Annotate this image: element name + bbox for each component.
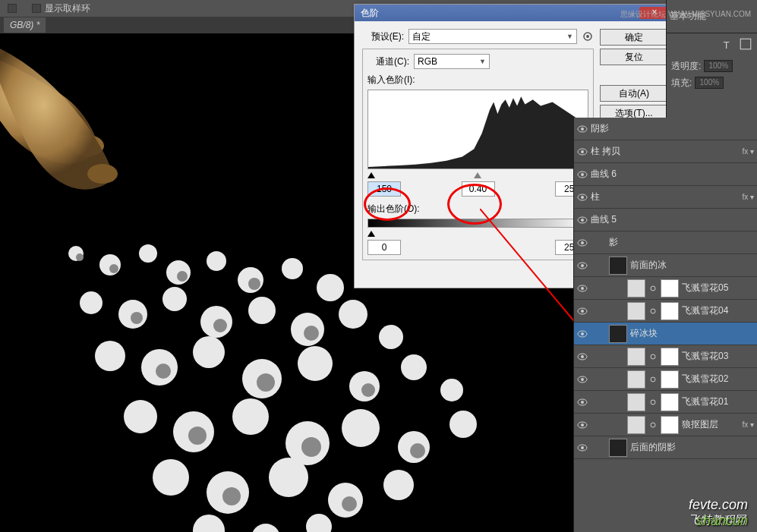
output-black-field[interactable]: 0 [367,240,401,255]
svg-point-5 [166,260,191,285]
chevron-down-icon: ▼ [566,33,573,40]
layer-name-label: 飞溅雪花05 [682,282,754,294]
svg-point-25 [440,379,463,401]
input-slider[interactable] [367,171,588,178]
sample-ring-label: 显示取样环 [45,2,90,15]
fill-label: 填充: [671,77,692,90]
layer-row[interactable]: 曲线 5 [574,209,757,231]
input-levels-label: 输入色阶(I): [367,74,588,87]
mask-thumbnail [661,416,679,434]
input-gamma-field[interactable]: 0.40 [462,181,495,197]
layer-row[interactable]: 飞溅雪花04 [574,300,757,323]
layer-thumbnail [609,439,627,457]
sample-ring-checkbox[interactable]: 显示取样环 [32,2,90,15]
fx-badge[interactable]: fx ▾ [742,193,754,201]
layer-row[interactable]: 飞溅雪花03 [574,345,757,368]
preset-label: 预设(E): [362,30,404,43]
fx-badge[interactable]: fx ▾ [742,420,754,429]
svg-point-69 [581,196,584,199]
layer-row[interactable]: 曲线 6 [574,163,757,186]
visibility-icon[interactable] [577,215,588,225]
layer-row[interactable]: 阴影 [574,118,757,140]
visibility-icon[interactable] [577,397,588,408]
preset-dropdown[interactable]: 自定 ▼ [408,29,577,44]
layer-row[interactable]: 碎冰块 [574,323,757,345]
layer-name-label: 飞溅雪花01 [682,395,754,408]
visibility-icon[interactable] [577,442,588,453]
visibility-icon[interactable] [577,351,588,362]
visibility-icon[interactable] [577,283,588,294]
output-gradient [367,219,588,228]
output-black-slider[interactable] [367,231,375,237]
channel-dropdown[interactable]: RGB ▼ [414,54,490,69]
text-tool-icon[interactable]: T [721,37,734,51]
box-tool-icon[interactable] [739,37,752,51]
checkbox-option-1[interactable] [8,4,17,13]
visibility-icon[interactable] [577,146,588,157]
gear-icon[interactable] [582,30,594,42]
mask-thumbnail [661,348,679,366]
layer-thumbnail [627,393,645,411]
dialog-title-text: 色阶 [361,7,379,20]
output-levels-label: 输出色阶(O): [367,203,588,216]
auto-button[interactable]: 自动(A) [600,85,668,102]
svg-point-35 [269,458,308,497]
svg-point-3 [99,254,121,275]
layer-row[interactable]: 柱fx ▾ [574,186,757,209]
link-icon [648,398,658,407]
visibility-icon[interactable] [577,192,588,203]
layer-row[interactable]: 后面的阴影 [574,436,757,459]
layer-row[interactable]: 飞溅雪花01 [574,391,757,414]
svg-point-91 [581,446,584,449]
layer-row[interactable]: 柱 拷贝fx ▾ [574,140,757,163]
layer-row[interactable]: 飞溅雪花05 [574,277,757,300]
reset-button[interactable]: 复位 [600,49,668,65]
output-slider[interactable] [367,229,588,237]
watermark-line1: fevte.com [689,497,748,513]
svg-point-28 [232,398,269,435]
link-icon [648,307,658,316]
svg-point-46 [213,319,227,332]
svg-point-20 [193,336,225,368]
svg-point-39 [251,524,280,532]
opacity-value[interactable]: 100% [704,60,733,72]
layer-row[interactable]: 狼抠图层fx ▾ [574,414,757,436]
layer-row[interactable]: 飞溅雪花02 [574,368,757,391]
visibility-icon[interactable] [577,238,588,248]
layer-name-label: 飞溅雪花04 [682,304,754,317]
visibility-icon[interactable] [577,420,588,430]
visibility-icon[interactable] [577,260,588,271]
document-tab[interactable]: GB/8) * [4,17,46,33]
svg-point-30 [342,409,380,447]
visibility-icon[interactable] [577,306,588,316]
layer-row[interactable]: 前面的冰 [574,254,757,277]
canvas-image-content [0,49,167,200]
svg-point-48 [156,364,171,379]
layer-name-label: 曲线 5 [591,213,754,226]
gamma-slider[interactable] [474,172,481,178]
layer-name-label: 曲线 6 [591,168,754,181]
opacity-label: 透明度: [671,60,701,73]
svg-point-44 [248,278,260,290]
mask-thumbnail [661,393,679,411]
svg-point-43 [177,271,188,282]
visibility-icon[interactable] [577,374,588,385]
ok-button[interactable]: 确定 [600,29,668,46]
input-black-field[interactable]: 150 [367,181,401,197]
layer-row[interactable]: 影 [574,231,757,254]
fill-value[interactable]: 100% [695,77,724,89]
mask-thumbnail [661,370,679,389]
svg-point-22 [298,346,333,381]
layers-panel: 阴影柱 拷贝fx ▾曲线 6柱fx ▾曲线 5影前面的冰飞溅雪花05飞溅雪花04… [573,118,757,532]
layer-thumbnail [627,370,645,389]
visibility-icon[interactable] [577,124,588,134]
watermark-bottom: fevte.com 飞特教程网 shancun [689,497,748,527]
svg-point-40 [306,514,332,532]
visibility-icon[interactable] [577,329,588,339]
black-point-slider[interactable] [367,172,375,178]
layer-name-label: 后面的阴影 [630,441,754,454]
chevron-down-icon: ▼ [479,58,486,65]
fx-badge[interactable]: fx ▾ [742,147,754,156]
visibility-icon[interactable] [577,169,588,180]
svg-point-85 [581,378,584,381]
